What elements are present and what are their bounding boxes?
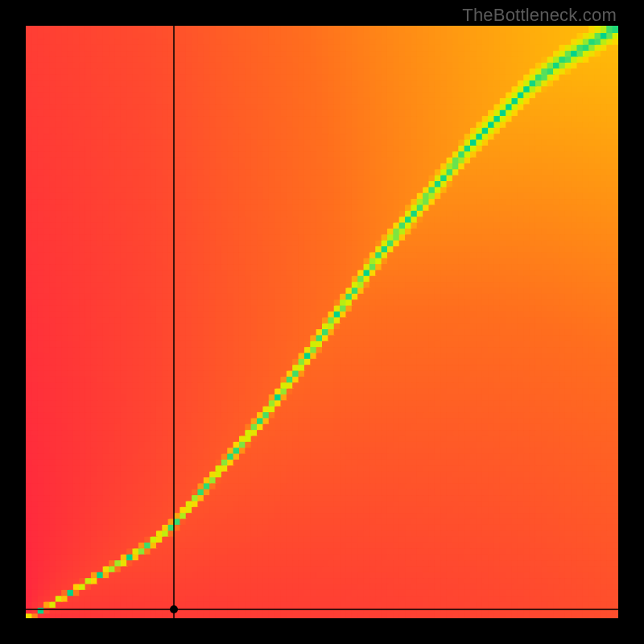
chart-frame: TheBottleneck.com [0,0,644,644]
watermark-text: TheBottleneck.com [462,5,617,26]
heatmap-canvas [26,26,618,618]
heatmap-plot [26,26,618,618]
